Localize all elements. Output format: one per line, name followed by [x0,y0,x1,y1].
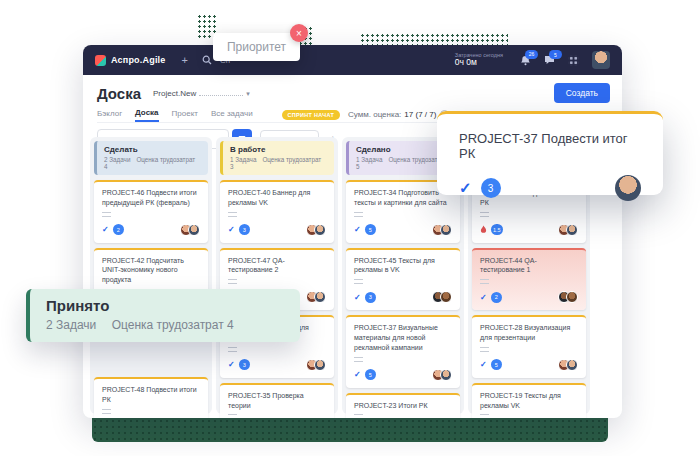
zoomed-task-card[interactable]: PROJECT-37 Подвести итог РК ✓ 3 [437,111,663,195]
assignee-avatars [310,291,326,303]
avatar [440,369,452,381]
task-title: PROJECT-40 Баннер для рекламы VK [228,188,326,208]
description-icon [354,414,363,418]
task-card[interactable]: PROJECT-48 Подвести итоги РК ✓2 [94,377,208,418]
checkmark-icon: ✓ [459,179,472,197]
avatar [566,291,578,303]
chevron-down-icon: ▾ [246,90,250,98]
checkmark-icon: ✓ [228,225,235,234]
task-card[interactable]: PROJECT-23 Итоги РК ✓5 [346,393,460,418]
description-icon [480,279,489,284]
column-title: Сделать [104,145,201,154]
app-name: Аспро.Agile [111,55,166,65]
page-title: Доска [97,85,141,102]
close-icon[interactable]: × [290,24,308,42]
topbar: Аспро.Agile + Сп Затрачено сегодня 0ч 0м… [83,45,622,75]
tab-board[interactable]: Доска [135,108,158,122]
tab-backlog[interactable]: Бэклог [97,109,122,121]
tooltip-text: Приоритет [227,40,286,54]
task-title: PROJECT-42 Подсчитать UNIT-экономику нов… [102,256,200,285]
task-title: PROJECT-45 Тексты для рекламы в VK [354,256,452,276]
user-avatar[interactable] [592,51,610,69]
assignee-avatars [436,224,452,236]
board-header: Доска Project.New ▾ Создать [97,81,610,105]
description-icon [354,212,363,217]
create-button[interactable]: Создать [554,83,610,103]
description-icon [102,212,111,217]
tab-project[interactable]: Проект [172,109,198,121]
assignee-avatars [436,291,452,303]
notifications-count-badge: 26 [525,50,538,59]
task-card[interactable]: PROJECT-37 Визуальные материалы для ново… [346,315,460,387]
estimate-badge: 3 [239,359,250,370]
assignee-avatars [562,291,578,303]
assignee-avatars [184,224,200,236]
task-card-overdue[interactable]: PROJECT-44 QA-тестирование 1 ✓2 [472,248,586,311]
task-card[interactable]: PROJECT-45 Тексты для рекламы в VK ✓3 [346,248,460,311]
task-card[interactable]: PROJECT-46 Подвести итоги предыдущей РК … [94,180,208,243]
checkmark-icon: ✓ [102,225,109,234]
task-title: PROJECT-46 Подвести итоги предыдущей РК … [102,188,200,208]
column-header[interactable]: В работе 1 ЗадачаОценка трудозатрат 3 [220,141,334,175]
page: Аспро.Agile + Сп Затрачено сегодня 0ч 0м… [0,0,700,456]
estimate-badge: 3 [365,292,376,303]
description-icon [102,409,111,414]
zoomed-column-estimate: Оценка трудозатрат 4 [112,318,234,332]
description-icon [354,279,363,284]
avatar [440,291,452,303]
assignee-avatars [562,224,578,236]
checkmark-icon: ✓ [354,225,361,234]
estimate-badge: 5 [491,359,502,370]
avatar [314,291,326,303]
task-title: PROJECT-47 QA-тестирование 2 [228,256,326,276]
app-logo-icon [95,55,106,66]
task-title: PROJECT-37 Визуальные материалы для ново… [354,323,452,352]
assignee-avatars [436,369,452,381]
app-window: Аспро.Agile + Сп Затрачено сегодня 0ч 0м… [83,45,622,418]
messages-icon[interactable]: 5 [544,55,555,65]
description-icon [228,279,237,284]
description-icon [228,212,237,217]
description-icon [228,414,237,418]
avatar [440,224,452,236]
quick-add-icon[interactable]: + [182,54,188,66]
task-card[interactable]: PROJECT-19 Тексты для рекламы VK ✓5 [472,383,586,418]
board-selector[interactable]: Project.New ▾ [153,88,250,98]
estimate-badge: 3 [239,224,250,235]
tab-all-tasks[interactable]: Все задачи [211,109,253,121]
task-card[interactable]: PROJECT-40 Баннер для рекламы VK ✓3 [220,180,334,243]
decor-dots [360,33,508,45]
summary-value: 17 (7 / 7) [404,110,436,119]
apps-grid-icon[interactable] [568,55,579,66]
estimate-badge: 2 [491,292,502,303]
avatar [188,224,200,236]
messages-count-badge: 5 [549,50,562,59]
column-todo: Сделать 2 ЗадачиОценка трудозатрат 4 PRO… [90,137,212,414]
column-task-count: 1 Задача [230,156,256,163]
estimate-badge: 5 [365,224,376,235]
checkmark-icon: ✓ [354,370,361,379]
description-icon [354,357,363,362]
assignee-avatar [615,175,641,201]
task-title: PROJECT-44 QA-тестирование 1 [480,256,578,276]
assignee-avatars [310,359,326,371]
avatar [314,224,326,236]
task-card[interactable]: PROJECT-35 Проверка теории ✓3 [220,383,334,418]
estimate-badge: 1.5 [491,224,503,235]
task-title: PROJECT-19 Тексты для рекламы VK [480,391,578,411]
search-icon[interactable] [202,55,212,65]
fire-icon [480,225,487,234]
task-card[interactable]: PROJECT-28 Визуализация для презентации … [472,315,586,378]
task-title: PROJECT-34 Подготовить тексты и картинки… [354,188,452,208]
estimate-badge: 3 [481,178,501,198]
column-header[interactable]: Сделать 2 ЗадачиОценка трудозатрат 4 [94,141,208,175]
checkmark-icon: ✓ [480,360,487,369]
summary-label: Сумм. оценка: [348,110,401,119]
avatar [566,224,578,236]
task-title: PROJECT-28 Визуализация для презентации [480,323,578,343]
notifications-bell-icon[interactable]: 26 [520,55,531,66]
estimate-badge: 5 [365,369,376,380]
zoomed-task-title: PROJECT-37 Подвести итог РК [459,131,641,161]
avatar [314,359,326,371]
time-tracker[interactable]: Затрачено сегодня 0ч 0м [455,52,503,68]
